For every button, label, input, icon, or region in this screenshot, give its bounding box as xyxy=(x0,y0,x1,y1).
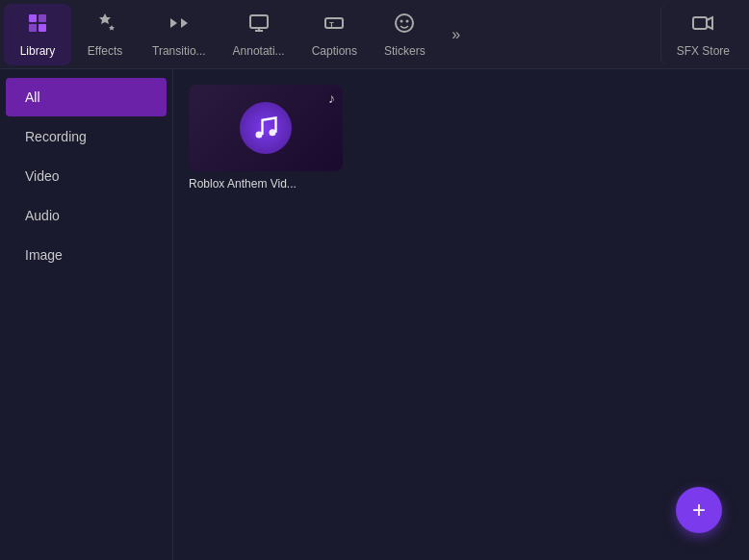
stickers-icon xyxy=(393,12,416,40)
svg-rect-1 xyxy=(39,14,46,22)
nav-item-transitions[interactable]: Transitio... xyxy=(139,4,220,65)
svg-point-9 xyxy=(396,14,413,32)
music-circle-icon xyxy=(240,102,292,154)
sidebar-label-image: Image xyxy=(25,247,63,263)
sidebar-item-audio[interactable]: Audio xyxy=(6,196,167,235)
library-icon xyxy=(26,12,49,40)
nav-label-effects: Effects xyxy=(88,44,122,58)
add-icon: + xyxy=(692,496,706,523)
add-fab-button[interactable]: + xyxy=(676,487,722,533)
sfx-icon xyxy=(691,12,714,40)
svg-marker-4 xyxy=(170,18,177,28)
nav-item-effects[interactable]: Effects xyxy=(71,4,139,65)
nav-label-captions: Captions xyxy=(312,44,357,58)
nav-more-button[interactable]: » xyxy=(439,17,474,52)
svg-point-10 xyxy=(400,19,403,22)
nav-label-sfx: SFX Store xyxy=(677,44,730,58)
sidebar-label-audio: Audio xyxy=(25,208,60,223)
sidebar-item-recording[interactable]: Recording xyxy=(6,117,167,156)
svg-point-14 xyxy=(270,129,276,136)
more-icon: » xyxy=(452,26,460,43)
sidebar-item-video[interactable]: Video xyxy=(6,157,167,195)
effects-icon xyxy=(93,12,116,40)
nav-label-annotations: Annotati... xyxy=(233,44,285,58)
media-card-roblox[interactable]: ♪ Roblox Anthem Vid... xyxy=(189,85,343,191)
music-note-icon: ♪ xyxy=(328,90,335,106)
nav-item-library[interactable]: Library xyxy=(4,4,71,65)
media-thumbnail: ♪ xyxy=(189,85,343,171)
nav-item-annotations[interactable]: Annotati... xyxy=(220,4,298,65)
annotations-icon xyxy=(247,12,271,40)
content-area: ♪ Roblox Anthem Vid... xyxy=(173,69,749,560)
top-navigation: Library Effects Transitio... Annotati... xyxy=(0,0,749,69)
svg-rect-7 xyxy=(325,18,343,28)
svg-rect-12 xyxy=(693,17,707,29)
sidebar-item-all[interactable]: All xyxy=(6,78,167,116)
svg-point-13 xyxy=(256,132,263,139)
sidebar-item-image[interactable]: Image xyxy=(6,236,167,274)
nav-item-sfx[interactable]: SFX Store xyxy=(660,4,745,65)
svg-marker-5 xyxy=(181,18,188,28)
sidebar-label-all: All xyxy=(25,89,40,105)
svg-rect-2 xyxy=(29,24,37,32)
nav-label-transitions: Transitio... xyxy=(152,44,206,58)
svg-rect-6 xyxy=(250,15,268,28)
nav-item-captions[interactable]: T Captions xyxy=(298,4,371,65)
svg-rect-0 xyxy=(29,14,37,22)
svg-rect-3 xyxy=(39,24,46,32)
nav-label-stickers: Stickers xyxy=(384,44,426,58)
svg-point-11 xyxy=(406,19,409,22)
sidebar-label-recording: Recording xyxy=(25,129,87,144)
sidebar: All Recording Video Audio Image xyxy=(0,69,173,560)
transitions-icon xyxy=(168,12,191,40)
main-content: All Recording Video Audio Image ♪ xyxy=(0,69,749,560)
media-title: Roblox Anthem Vid... xyxy=(189,177,343,191)
media-grid: ♪ Roblox Anthem Vid... xyxy=(189,85,734,191)
nav-item-stickers[interactable]: Stickers xyxy=(371,4,439,65)
nav-label-library: Library xyxy=(20,44,56,58)
sidebar-label-video: Video xyxy=(25,168,60,184)
captions-icon: T xyxy=(323,12,346,40)
svg-text:T: T xyxy=(329,20,334,29)
